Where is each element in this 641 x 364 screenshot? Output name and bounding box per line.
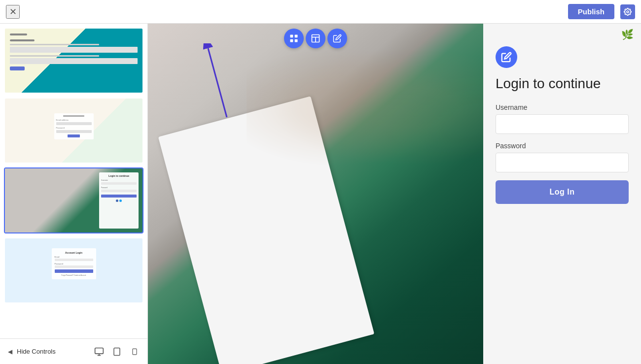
svg-rect-10 [290, 39, 293, 42]
layout-tool-button[interactable] [306, 29, 325, 48]
publish-button[interactable]: Publish [568, 4, 614, 19]
password-input[interactable] [496, 153, 629, 172]
thumbnails-list: Email address Password Login to continue… [0, 24, 147, 338]
mobile-device-button[interactable] [128, 345, 142, 359]
svg-point-0 [627, 11, 629, 13]
canvas-toolbar [284, 29, 347, 48]
svg-rect-11 [295, 39, 298, 42]
desktop-device-button[interactable] [92, 345, 106, 359]
svg-rect-9 [295, 35, 298, 38]
top-bar: ✕ Publish [0, 0, 641, 24]
close-button[interactable]: ✕ [6, 5, 20, 19]
right-panel: 🌿 Login to continue Username Password Lo… [483, 24, 641, 364]
template-thumbnail-1[interactable] [4, 28, 143, 94]
template-thumbnail-2[interactable]: Email address Password [4, 98, 143, 164]
username-form-group: Username [496, 103, 629, 134]
blocks-tool-button[interactable] [284, 29, 304, 48]
canvas-area [148, 24, 483, 364]
settings-button[interactable] [620, 4, 635, 19]
leaf-decoration-icon: 🌿 [621, 29, 634, 40]
login-title: Login to continue [496, 76, 629, 92]
password-label: Password [496, 142, 629, 150]
login-submit-button[interactable]: Log In [496, 180, 629, 204]
tablet-device-button[interactable] [110, 345, 124, 359]
username-label: Username [496, 103, 629, 111]
left-panel: Email address Password Login to continue… [0, 24, 148, 364]
svg-rect-1 [95, 348, 104, 354]
password-form-group: Password [496, 142, 629, 172]
edit-tool-button[interactable] [327, 29, 347, 48]
hide-controls-button[interactable]: ◀ Hide Controls [6, 348, 56, 356]
chevron-left-icon: ◀ [6, 348, 14, 356]
left-bottom-bar: ◀ Hide Controls [0, 338, 147, 364]
template-thumbnail-3[interactable]: Login to continue Username Password [4, 167, 143, 233]
login-icon [496, 46, 517, 68]
arrow-annotation [197, 43, 237, 124]
svg-line-16 [208, 48, 227, 117]
username-input[interactable] [496, 114, 629, 134]
svg-rect-8 [290, 35, 293, 38]
template-thumbnail-4[interactable]: Account Login Email Password Forgot Pass… [4, 237, 143, 303]
main-area: Email address Password Login to continue… [0, 24, 641, 364]
